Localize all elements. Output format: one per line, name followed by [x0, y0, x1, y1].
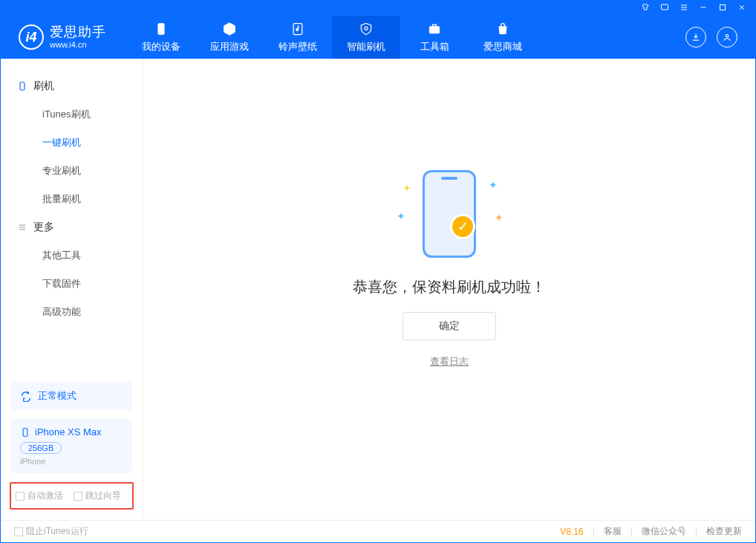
titlebar — [1, 1, 755, 16]
app-url: www.i4.cn — [50, 40, 106, 49]
footer-link-wechat[interactable]: 微信公众号 — [642, 525, 686, 538]
svg-rect-0 — [662, 4, 668, 10]
svg-rect-5 — [429, 27, 439, 33]
sidebar-item-batch-flash[interactable]: 批量刷机 — [1, 185, 143, 213]
list-icon — [17, 222, 27, 233]
footer-link-service[interactable]: 客服 — [604, 525, 622, 538]
download-icon[interactable] — [685, 27, 706, 48]
user-icon[interactable] — [717, 27, 737, 48]
sparkle-icon: ✦ — [489, 179, 498, 191]
sidebar: 刷机 iTunes刷机 一键刷机 专业刷机 批量刷机 更多 其他工具 下载固件 … — [1, 59, 143, 520]
tab-toolbox[interactable]: 工具箱 — [400, 16, 469, 59]
tab-my-device[interactable]: 我的设备 — [127, 16, 195, 59]
svg-rect-1 — [720, 4, 726, 10]
tab-smart-flash[interactable]: 智能刷机 — [332, 16, 400, 59]
mode-label: 正常模式 — [38, 389, 76, 403]
sidebar-item-oneclick-flash[interactable]: 一键刷机 — [1, 129, 143, 157]
toolbox-icon — [426, 21, 443, 37]
footer: 阻止iTunes运行 V8.16 | 客服 | 微信公众号 | 检查更新 — [1, 520, 755, 542]
sparkle-icon: ✦ — [403, 182, 411, 194]
footer-link-update[interactable]: 检查更新 — [706, 525, 742, 538]
tab-label: 爱思商城 — [483, 40, 522, 53]
tab-ringtone-wallpaper[interactable]: 铃声壁纸 — [264, 16, 332, 59]
svg-point-4 — [365, 27, 368, 30]
options-row: 自动激活 跳过向导 — [10, 482, 134, 510]
svg-rect-9 — [23, 428, 27, 436]
success-message: 恭喜您，保资料刷机成功啦！ — [353, 277, 546, 297]
refresh-icon — [20, 390, 32, 402]
device-name-label: iPhone XS Max — [35, 426, 102, 438]
tab-apps-games[interactable]: 应用游戏 — [195, 16, 264, 59]
sparkle-icon: ✦ — [495, 212, 504, 224]
view-log-link[interactable]: 查看日志 — [430, 355, 469, 368]
sidebar-item-pro-flash[interactable]: 专业刷机 — [1, 157, 143, 185]
bag-icon — [495, 21, 511, 37]
tab-label: 智能刷机 — [347, 40, 385, 53]
ok-button[interactable]: 确定 — [403, 312, 496, 340]
phone-icon — [17, 81, 27, 91]
tab-label: 我的设备 — [142, 40, 180, 53]
svg-rect-8 — [20, 82, 25, 91]
check-badge-icon: ✓ — [450, 214, 475, 239]
sparkle-icon: ✦ — [397, 210, 405, 222]
svg-rect-2 — [158, 24, 164, 35]
checkbox-auto-activate[interactable]: 自动激活 — [16, 490, 63, 502]
sidebar-group-label: 更多 — [33, 221, 54, 234]
checkbox-label: 自动激活 — [27, 490, 63, 502]
success-illustration: ✦ ✦ ✦ ✦ ✓ — [394, 166, 505, 262]
tab-label: 工具箱 — [420, 40, 449, 53]
checkbox-label: 跳过向导 — [85, 490, 121, 502]
version-label: V8.16 — [560, 527, 583, 537]
tab-store[interactable]: 爱思商城 — [469, 16, 537, 59]
device-box[interactable]: iPhone XS Max 256GB iPhone — [11, 419, 132, 473]
maximize-icon[interactable] — [718, 3, 727, 14]
menu-icon[interactable] — [680, 3, 688, 14]
sidebar-group-flash: 刷机 — [1, 72, 143, 100]
sidebar-item-other-tools[interactable]: 其他工具 — [1, 241, 143, 270]
svg-rect-6 — [433, 25, 437, 27]
main-content: ✦ ✦ ✦ ✦ ✓ 恭喜您，保资料刷机成功啦！ 确定 查看日志 — [143, 59, 755, 520]
close-icon[interactable] — [737, 3, 746, 14]
checkbox-block-itunes[interactable]: 阻止iTunes运行 — [14, 525, 88, 538]
phone-icon — [20, 427, 30, 438]
shield-icon — [358, 21, 374, 37]
sidebar-item-download-firmware[interactable]: 下载固件 — [1, 270, 143, 298]
logo[interactable]: i4 爱思助手 www.i4.cn — [1, 25, 127, 50]
device-storage-badge: 256GB — [20, 442, 62, 454]
minimize-icon[interactable] — [699, 3, 708, 14]
header: i4 爱思助手 www.i4.cn 我的设备 应用游戏 铃声壁纸 智能刷机 工具… — [1, 16, 755, 59]
app-name: 爱思助手 — [50, 25, 106, 40]
checkbox-skip-guide[interactable]: 跳过向导 — [74, 490, 121, 502]
main-tabs: 我的设备 应用游戏 铃声壁纸 智能刷机 工具箱 爱思商城 — [127, 16, 537, 59]
device-icon — [153, 21, 169, 37]
phone-graphic: ✓ — [423, 170, 476, 258]
checkbox-label: 阻止iTunes运行 — [26, 525, 88, 538]
skin-icon[interactable] — [641, 3, 650, 14]
music-icon — [290, 21, 306, 37]
logo-icon: i4 — [19, 25, 44, 50]
device-type-label: iPhone — [20, 457, 123, 466]
tab-label: 铃声壁纸 — [278, 40, 317, 53]
sidebar-group-label: 刷机 — [33, 79, 54, 93]
svg-point-7 — [726, 35, 729, 38]
sidebar-item-advanced[interactable]: 高级功能 — [1, 298, 143, 326]
sidebar-item-itunes-flash[interactable]: iTunes刷机 — [1, 100, 143, 129]
tab-label: 应用游戏 — [210, 40, 249, 53]
cube-icon — [221, 21, 238, 37]
sidebar-group-more: 更多 — [1, 213, 143, 241]
mode-box[interactable]: 正常模式 — [11, 382, 132, 410]
feedback-icon[interactable] — [660, 3, 669, 14]
